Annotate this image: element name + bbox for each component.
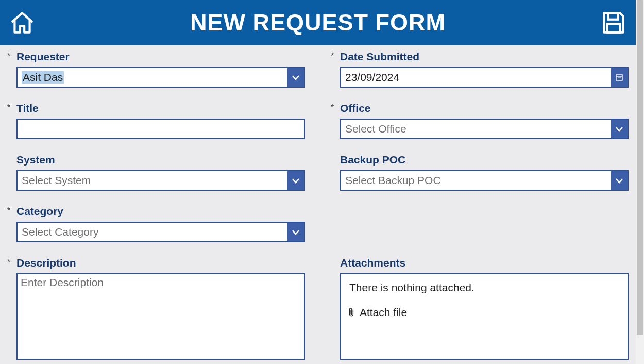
system-placeholder: Select System [18, 171, 287, 190]
form-body: * Requester Asit Das [0, 45, 636, 364]
home-icon [9, 10, 35, 36]
chevron-down-icon [292, 73, 300, 81]
category-label: Category [16, 205, 305, 218]
category-field: * Category Select Category [7, 205, 305, 242]
required-mark: * [331, 52, 334, 61]
date-picker-button[interactable] [611, 68, 628, 87]
scrollbar[interactable] [636, 0, 644, 364]
requester-label: Requester [16, 51, 305, 63]
chevron-down-icon [292, 228, 300, 236]
required-mark: * [7, 103, 10, 112]
attachments-field: Attachments There is nothing attached. A… [331, 257, 629, 360]
system-field: System Select System [7, 154, 305, 191]
title-label: Title [16, 102, 305, 114]
system-select[interactable]: Select System [16, 170, 305, 191]
requester-dropdown-button[interactable] [287, 68, 304, 87]
system-label: System [16, 154, 305, 166]
paperclip-icon [346, 306, 357, 319]
office-label: Office [340, 102, 629, 114]
attachments-box: There is nothing attached. Attach file [340, 273, 629, 360]
header-bar: NEW REQUEST FORM [0, 0, 636, 45]
requester-select[interactable]: Asit Das [16, 67, 305, 88]
category-select[interactable]: Select Category [16, 222, 305, 242]
attach-file-label: Attach file [360, 306, 407, 319]
attachments-empty-text: There is nothing attached. [349, 282, 619, 294]
date-submitted-value: 23/09/2024 [341, 68, 611, 87]
category-dropdown-button[interactable] [287, 223, 304, 241]
chevron-down-icon [292, 176, 300, 185]
attach-file-button[interactable]: Attach file [346, 306, 619, 319]
required-mark: * [7, 206, 10, 216]
page: NEW REQUEST FORM * Requester [0, 0, 636, 364]
system-dropdown-button[interactable] [287, 171, 304, 190]
date-submitted-field: * Date Submitted 23/09/2024 [331, 51, 629, 88]
page-title: NEW REQUEST FORM [37, 9, 599, 36]
save-button[interactable] [599, 8, 629, 38]
backup-poc-placeholder: Select Backup POC [341, 171, 611, 190]
backup-poc-field: Backup POC Select Backup POC [331, 154, 629, 191]
chevron-down-icon [615, 176, 623, 185]
title-input[interactable] [16, 119, 305, 139]
date-submitted-input[interactable]: 23/09/2024 [340, 67, 629, 88]
svg-rect-1 [607, 24, 620, 32]
requester-value: Asit Das [18, 68, 287, 87]
chevron-down-icon [615, 125, 623, 133]
title-input-native[interactable] [18, 120, 304, 138]
calendar-icon [615, 73, 623, 81]
backup-poc-select[interactable]: Select Backup POC [340, 170, 629, 191]
attachments-label: Attachments [340, 257, 629, 269]
home-button[interactable] [7, 8, 37, 38]
title-field: * Title [7, 102, 305, 139]
office-placeholder: Select Office [341, 120, 611, 138]
required-mark: * [7, 258, 10, 267]
office-select[interactable]: Select Office [340, 119, 629, 139]
backup-poc-dropdown-button[interactable] [611, 171, 628, 190]
save-icon [601, 10, 626, 36]
description-label: Description [16, 257, 305, 269]
description-field: * Description Enter Description [7, 257, 305, 360]
description-placeholder: Enter Description [21, 276, 104, 288]
requester-field: * Requester Asit Das [7, 51, 305, 88]
category-placeholder: Select Category [18, 223, 287, 241]
office-dropdown-button[interactable] [611, 120, 628, 138]
description-textarea[interactable]: Enter Description [16, 273, 305, 360]
backup-poc-label: Backup POC [340, 154, 629, 166]
office-field: * Office Select Office [331, 102, 629, 139]
required-mark: * [331, 103, 334, 112]
scrollbar-thumb[interactable] [637, 0, 643, 335]
svg-rect-0 [608, 13, 618, 20]
required-mark: * [7, 52, 10, 61]
date-submitted-label: Date Submitted [340, 51, 629, 63]
